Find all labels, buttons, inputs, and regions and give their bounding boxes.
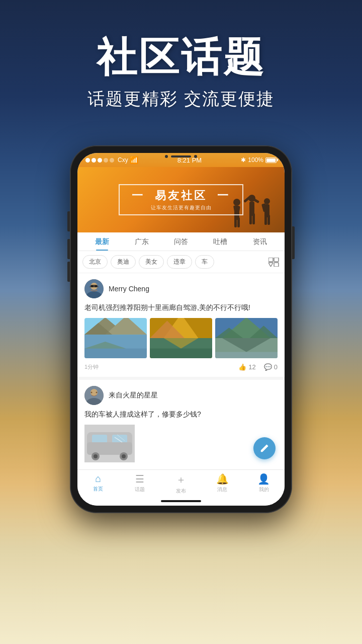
messages-icon: 🔔 — [216, 473, 229, 485]
tag-car[interactable]: 车 — [195, 255, 214, 269]
phone-frame: Cxy 📶 8:21 PM ✱ 100% — [70, 146, 292, 513]
post-images-1 — [84, 318, 278, 358]
signal-dot-5 — [110, 158, 114, 163]
status-left: Cxy 📶 — [85, 156, 138, 164]
svg-rect-47 — [215, 352, 278, 358]
app-header: 一 易友社区 一 让车友生活更有趣更自由 — [77, 167, 285, 232]
comment-button-1[interactable]: 💬 0 — [264, 363, 278, 371]
avatar-1 — [84, 279, 104, 298]
phone-top-area — [165, 155, 197, 158]
post-content-2: 我的车被人撞成这样了，修要多少钱? — [84, 409, 278, 420]
tag-violation[interactable]: 违章 — [167, 255, 192, 269]
avatar-1-img — [84, 279, 104, 298]
home-indicator — [77, 497, 285, 506]
post-actions-1: 👍 12 💬 0 — [238, 363, 278, 371]
signal-dot-4 — [104, 158, 108, 163]
post-card-2: 来自火星的星星 我的车被人撞成这样了，修要多少钱? — [77, 380, 285, 469]
comment-icon-1: 💬 — [264, 363, 272, 371]
tab-qa[interactable]: 问答 — [161, 232, 201, 251]
avatar-2 — [84, 386, 104, 405]
svg-rect-19 — [274, 263, 279, 267]
profile-label: 我的 — [259, 486, 269, 493]
post-footer-1: 1分钟 👍 12 💬 0 — [84, 363, 278, 371]
profile-icon: 👤 — [257, 473, 270, 485]
like-count-1: 12 — [248, 363, 255, 371]
bottom-nav-messages[interactable]: 🔔 消息 — [202, 473, 243, 495]
comment-count-1: 0 — [274, 363, 278, 371]
tag-audi[interactable]: 奥迪 — [111, 255, 136, 269]
tags-grid-icon[interactable] — [268, 258, 280, 267]
home-bar — [161, 500, 201, 502]
deco-right: 一 — [217, 189, 230, 202]
tab-complaints[interactable]: 吐槽 — [201, 232, 240, 251]
hero-subtitle: 话题更精彩 交流更便捷 — [0, 88, 362, 111]
signal-dot-2 — [92, 158, 96, 163]
svg-rect-40 — [150, 349, 212, 358]
tab-latest[interactable]: 最新 — [82, 232, 122, 251]
post-card-1: Merry Cheng 老司机强烈推荐阳朔十里画廊自驾游,美的不行不行哦! — [77, 273, 285, 380]
svg-rect-33 — [84, 349, 147, 358]
signal-dot-1 — [85, 158, 90, 163]
battery-fill — [266, 158, 276, 162]
bottom-nav: ⌂ 首页 ☰ 话题 ＋ 发布 🔔 消息 👤 我的 — [77, 469, 285, 497]
hero-section: 社区话题 话题更精彩 交流更便捷 — [0, 35, 362, 111]
bottom-nav-home[interactable]: ⌂ 首页 — [77, 473, 119, 495]
publish-label: 发布 — [176, 488, 186, 495]
svg-point-51 — [96, 392, 98, 393]
nav-tabs: 最新 广东 问答 吐槽 资讯 — [77, 232, 285, 251]
bluetooth-icon: ✱ — [241, 156, 246, 164]
hero-title: 社区话题 — [0, 35, 362, 79]
post-content-1: 老司机强烈推荐阳朔十里画廊自驾游,美的不行不行哦! — [84, 302, 278, 313]
car-img-svg — [84, 425, 135, 462]
svg-rect-26 — [89, 286, 91, 287]
tags-row: 北京 奥迪 美女 违章 车 — [77, 251, 285, 273]
tag-beauty[interactable]: 美女 — [139, 255, 164, 269]
battery-icon — [265, 157, 277, 163]
signal-dot-3 — [98, 158, 102, 163]
svg-marker-20 — [268, 263, 273, 267]
home-label: 首页 — [93, 486, 103, 493]
tab-guangdong[interactable]: 广东 — [122, 232, 161, 251]
tag-beijing[interactable]: 北京 — [82, 255, 108, 269]
svg-rect-15 — [264, 215, 267, 225]
svg-rect-27 — [97, 286, 99, 287]
speaker-slit — [171, 155, 191, 157]
svg-rect-18 — [274, 258, 279, 262]
camera-dot — [165, 155, 168, 158]
grid-icon-svg — [268, 258, 280, 267]
topics-label: 话题 — [135, 486, 145, 493]
app-subtitle: 让车友生活更有趣更自由 — [132, 204, 230, 211]
lake2-svg — [150, 318, 212, 358]
post-image-lake2 — [150, 318, 212, 358]
lake1-svg — [84, 318, 147, 358]
carrier-label: Cxy — [118, 156, 128, 164]
bottom-nav-topics[interactable]: ☰ 话题 — [119, 473, 160, 495]
bottom-nav-publish[interactable]: ＋ 发布 — [160, 473, 202, 495]
avatar-2-img — [84, 386, 104, 405]
status-right: ✱ 100% — [241, 156, 277, 164]
post-author-2: 来自火星的星星 — [109, 391, 158, 400]
camera-dot-2 — [194, 155, 197, 158]
app-title-box: 一 易友社区 一 让车友生活更有趣更自由 — [119, 184, 243, 215]
svg-rect-16 — [267, 215, 270, 225]
bottom-nav-profile[interactable]: 👤 我的 — [243, 473, 285, 495]
messages-label: 消息 — [217, 486, 227, 493]
fab-button[interactable] — [253, 437, 276, 459]
app-name: 易友社区 — [155, 189, 207, 202]
tab-news[interactable]: 资讯 — [240, 232, 280, 251]
like-button-1[interactable]: 👍 12 — [238, 363, 255, 371]
fab-edit-icon — [259, 443, 269, 453]
phone-screen: Cxy 📶 8:21 PM ✱ 100% — [77, 153, 285, 506]
svg-point-60 — [122, 454, 126, 458]
svg-rect-5 — [237, 217, 240, 227]
home-icon: ⌂ — [95, 473, 101, 485]
svg-point-58 — [94, 454, 98, 458]
battery-percent: 100% — [248, 156, 263, 164]
wifi-icon: 📶 — [130, 156, 138, 164]
topics-icon: ☰ — [135, 473, 144, 485]
svg-rect-10 — [249, 213, 252, 224]
deco-left: 一 — [132, 189, 145, 202]
post-time-1: 1分钟 — [84, 363, 99, 371]
app-title: 一 易友社区 一 — [132, 188, 230, 203]
publish-icon: ＋ — [176, 473, 186, 487]
